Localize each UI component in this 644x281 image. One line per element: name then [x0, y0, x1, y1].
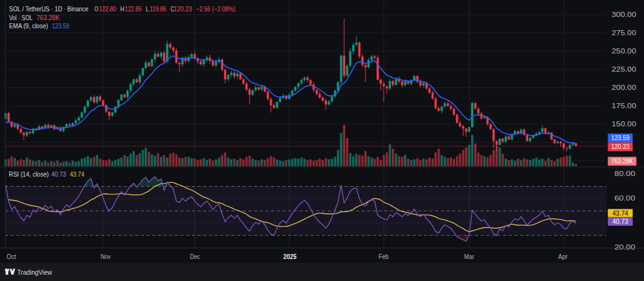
svg-text:43.74: 43.74: [70, 170, 84, 178]
svg-text:−2.56 (−2.08%): −2.56 (−2.08%): [196, 5, 236, 13]
svg-text:200.00: 200.00: [612, 84, 636, 91]
svg-text:43.74: 43.74: [613, 209, 628, 217]
svg-text:Nov: Nov: [101, 253, 111, 260]
svg-text:RSI (14, close): RSI (14, close): [9, 170, 49, 178]
svg-text:763.28K: 763.28K: [611, 157, 633, 165]
svg-text:122.85: 122.85: [125, 5, 142, 13]
svg-text:TradingView: TradingView: [17, 268, 52, 276]
svg-text:O: O: [94, 5, 98, 13]
svg-text:L: L: [146, 5, 149, 13]
svg-text:EMA (9, close): EMA (9, close): [9, 22, 48, 30]
svg-text:H: H: [120, 5, 125, 13]
svg-text:20.00: 20.00: [614, 243, 635, 251]
svg-text:150.00: 150.00: [612, 120, 636, 128]
svg-text:300.00: 300.00: [612, 11, 636, 18]
svg-text:225.00: 225.00: [612, 65, 636, 73]
svg-text:Mar: Mar: [464, 253, 474, 260]
svg-text:122.80: 122.80: [99, 5, 116, 13]
svg-text:Apr: Apr: [558, 253, 568, 260]
svg-text:763.28K: 763.28K: [36, 14, 60, 21]
svg-text:Feb: Feb: [379, 253, 389, 260]
svg-text:80.00: 80.00: [614, 170, 635, 177]
svg-text:40.73: 40.73: [52, 170, 67, 178]
svg-text:Dec: Dec: [190, 253, 200, 260]
svg-text:120.23: 120.23: [174, 5, 192, 13]
svg-text:250.00: 250.00: [612, 47, 636, 55]
svg-text:Vol · SOL: Vol · SOL: [9, 14, 33, 21]
svg-text:275.00: 275.00: [612, 29, 636, 36]
svg-text:123.59: 123.59: [52, 22, 70, 30]
svg-text:SOL / TetherUS · 1D · Binance: SOL / TetherUS · 1D · Binance: [9, 5, 89, 13]
svg-text:175.00: 175.00: [612, 102, 636, 109]
svg-text:Oct: Oct: [7, 253, 16, 260]
svg-text:40.73: 40.73: [613, 218, 628, 225]
svg-text:120.23: 120.23: [611, 143, 630, 150]
svg-text:2025: 2025: [284, 253, 297, 260]
svg-text:60.00: 60.00: [614, 194, 635, 202]
svg-text:119.86: 119.86: [150, 5, 166, 13]
svg-text:123.59: 123.59: [611, 134, 630, 141]
